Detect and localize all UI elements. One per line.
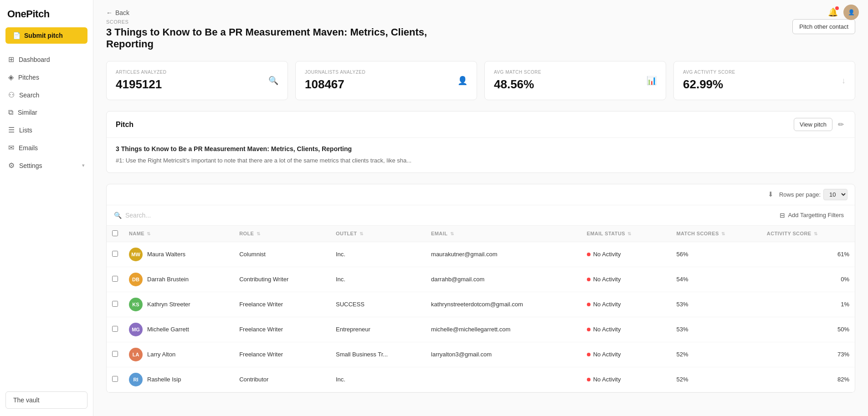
row-outlet-cell: Entrepreneur [330, 317, 426, 342]
search-input-icon: 🔍 [114, 212, 122, 219]
row-role-cell: Contributing Writer [234, 267, 330, 292]
row-email-cell: larryalton3@gmail.com [426, 342, 581, 367]
journalist-name-1[interactable]: Darrah Brustein [147, 276, 189, 283]
row-email-status-cell: No Activity [581, 242, 671, 267]
row-activity-score-cell: 0% [761, 267, 855, 292]
view-pitch-button[interactable]: View pitch [794, 118, 832, 131]
sidebar-item-dashboard[interactable]: ⊞ Dashboard [4, 51, 89, 68]
role-sort-icon: ⇅ [257, 231, 260, 236]
email-status-label: No Activity [593, 376, 621, 383]
pitch-subject: 3 Things to Know to Be a PR Measurement … [116, 145, 846, 152]
articles-value: 4195121 [116, 77, 167, 91]
row-checkbox-cell [107, 292, 123, 317]
sidebar-item-pitches[interactable]: ◈ Pitches [4, 69, 89, 86]
row-email-status-cell: No Activity [581, 367, 671, 392]
row-outlet-cell: Small Business Tr... [330, 342, 426, 367]
status-dot [587, 353, 591, 356]
row-role-cell: Contributor [234, 367, 330, 392]
sidebar-item-emails[interactable]: ✉ Emails [4, 139, 89, 156]
match-score-value: 48.56% [494, 77, 541, 91]
user-avatar[interactable]: 👤 [843, 5, 859, 20]
row-checkbox-cell [107, 367, 123, 392]
email-status-label: No Activity [593, 276, 621, 283]
row-match-score-cell: 52% [671, 367, 761, 392]
search-box: 🔍 [114, 212, 776, 219]
row-name-cell: MW Maura Walters [123, 242, 234, 267]
header-email-status[interactable]: EMAIL STATUS ⇅ [581, 226, 671, 242]
email-status-label: No Activity [593, 301, 621, 308]
articles-label: ARTICLES ANALYZED [116, 70, 167, 75]
row-match-score-cell: 52% [671, 342, 761, 367]
table-row: DB Darrah Brustein Contributing Writer I… [107, 267, 855, 292]
row-role-cell: Freelance Writer [234, 292, 330, 317]
sidebar-item-lists[interactable]: ☰ Lists [4, 122, 89, 138]
header-match-scores[interactable]: MATCH SCORES ⇅ [671, 226, 761, 242]
journalist-name-4[interactable]: Larry Alton [147, 351, 175, 358]
row-email-cell: maurakutner@gmail.com [426, 242, 581, 267]
row-name-cell: MG Michelle Garrett [123, 317, 234, 342]
table-controls: ⬇ Rows per page: 10 25 50 [107, 184, 855, 205]
notification-badge [835, 6, 839, 10]
header-activity-score[interactable]: ACTIVITY SCORE ⇅ [761, 226, 855, 242]
header-role[interactable]: ROLE ⇅ [234, 226, 330, 242]
row-checkbox-2[interactable] [112, 301, 118, 307]
sidebar-item-similar[interactable]: ⧉ Similar [4, 104, 89, 121]
sidebar-item-label: Similar [18, 109, 37, 116]
row-email-cell: michelle@michellegarrett.com [426, 317, 581, 342]
rows-per-page-select[interactable]: 10 25 50 [823, 189, 847, 200]
topbar: 🔔 👤 [819, 0, 868, 25]
row-checkbox-cell [107, 242, 123, 267]
filter-label: Add Targetting Filters [788, 212, 844, 218]
header-outlet[interactable]: OUTLET ⇅ [330, 226, 426, 242]
row-checkbox-cell [107, 342, 123, 367]
row-checkbox-1[interactable] [112, 276, 118, 282]
email-status-label: No Activity [593, 351, 621, 358]
journalist-avatar-1: DB [129, 273, 143, 286]
search-icon: ⚇ [8, 91, 15, 99]
sidebar-item-label: Search [19, 91, 39, 99]
sidebar-item-search[interactable]: ⚇ Search [4, 86, 89, 103]
header-checkbox-col [107, 226, 123, 242]
row-checkbox-0[interactable] [112, 251, 118, 257]
row-email-status-cell: No Activity [581, 267, 671, 292]
journalist-name-0[interactable]: Maura Walters [147, 251, 185, 258]
row-outlet-cell: SUCCESS [330, 292, 426, 317]
journalist-name-5[interactable]: Rashelle Isip [147, 376, 181, 383]
row-checkbox-4[interactable] [112, 351, 118, 357]
add-targeting-filters-button[interactable]: ⊟ Add Targetting Filters [776, 210, 847, 221]
back-arrow-icon: ← [106, 9, 113, 16]
header-email[interactable]: EMAIL ⇅ [426, 226, 581, 242]
dashboard-icon: ⊞ [8, 55, 14, 64]
row-activity-score-cell: 50% [761, 317, 855, 342]
journalist-name-2[interactable]: Kathryn Streeter [147, 301, 190, 308]
sidebar-item-label: Dashboard [19, 56, 50, 63]
sidebar-item-label: Lists [19, 127, 32, 134]
row-match-score-cell: 54% [671, 267, 761, 292]
row-checkbox-3[interactable] [112, 326, 118, 332]
row-checkbox-5[interactable] [112, 376, 118, 382]
pitch-body: 3 Things to Know to Be a PR Measurement … [107, 138, 855, 172]
row-checkbox-cell [107, 317, 123, 342]
email-status-label: No Activity [593, 326, 621, 333]
row-email-cell: darrahb@gmail.com [426, 267, 581, 292]
submit-pitch-button[interactable]: 📄 Submit pitch [5, 27, 87, 44]
row-match-score-cell: 56% [671, 242, 761, 267]
back-link[interactable]: ← Back [106, 9, 855, 16]
download-icon[interactable]: ⬇ [768, 190, 774, 198]
select-all-checkbox[interactable] [112, 230, 118, 236]
sidebar-item-settings[interactable]: ⚙ Settings ▾ [4, 157, 89, 174]
activity-sort-icon: ⇅ [814, 231, 817, 236]
journalist-name-3[interactable]: Michelle Garrett [147, 326, 189, 333]
edit-pitch-button[interactable]: ✏ [836, 118, 846, 131]
journalists-label: JOURNALISTS ANALYZED [305, 70, 365, 75]
match-score-label: AVG MATCH SCORE [494, 70, 541, 75]
row-outlet-cell: Inc. [330, 367, 426, 392]
vault-button[interactable]: The vault [5, 391, 87, 409]
notification-bell[interactable]: 🔔 [828, 7, 838, 17]
header-name[interactable]: NAME ⇅ [123, 226, 234, 242]
row-email-status-cell: No Activity [581, 292, 671, 317]
search-input[interactable] [125, 212, 776, 219]
journalist-avatar-4: LA [129, 348, 143, 361]
sidebar: OnePitch 📄 Submit pitch ⊞ Dashboard ◈ Pi… [0, 0, 93, 416]
table-row: KS Kathryn Streeter Freelance Writer SUC… [107, 292, 855, 317]
